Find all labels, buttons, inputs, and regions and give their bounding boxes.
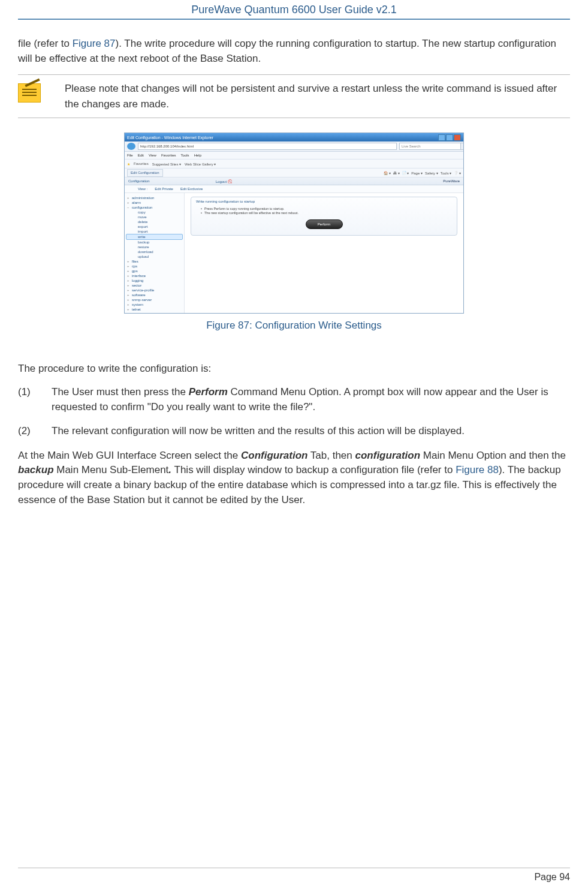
tree-item-export[interactable]: export <box>126 224 183 229</box>
tree-item-software[interactable]: software <box>126 293 183 297</box>
ie-titlebar: Edit Configuration - Windows Internet Ex… <box>125 133 463 142</box>
procedure-intro: The procedure to write the configuration… <box>18 362 570 377</box>
follow-seg3: Main Menu Option and then the <box>420 450 566 461</box>
tree-item-interface[interactable]: interface <box>126 273 183 278</box>
screenshot-figure-87: Edit Configuration - Windows Internet Ex… <box>124 133 464 314</box>
menu-view[interactable]: View <box>149 153 156 157</box>
follow-seg5: This will display window to backup a con… <box>171 464 456 475</box>
tree-item-configuration[interactable]: configuration <box>126 205 183 210</box>
safety-dropdown[interactable]: Safety ▾ <box>425 171 438 175</box>
figure-88-ref[interactable]: Figure 88 <box>456 464 499 475</box>
tree-item-alarm[interactable]: alarm <box>126 200 183 205</box>
purewave-logo: PureWave <box>443 179 460 183</box>
tree-item-delete[interactable]: delete <box>126 219 183 224</box>
panel-bullet-1: Press Perform to copy running configurat… <box>201 207 452 210</box>
note-block: Please note that changes will not be per… <box>18 74 570 118</box>
nav-tree: administrationalarmconfigurationcopymove… <box>125 193 185 314</box>
figure-87-ref[interactable]: Figure 87 <box>73 38 116 49</box>
page-icon[interactable]: 📄 ▾ <box>402 171 409 175</box>
tree-item-upload[interactable]: upload <box>126 254 183 259</box>
minimize-button[interactable] <box>438 134 445 141</box>
tab-row: Edit Configuration 🏠 ▾ 🖶 ▾ 📄 ▾ Page ▾ Sa… <box>125 168 463 177</box>
intro-pre: file (refer to <box>18 38 73 49</box>
menu-tools[interactable]: Tools <box>181 153 189 157</box>
favorites-label[interactable]: Favorites <box>134 162 149 165</box>
step-2: (2) The relevant configuration will now … <box>18 424 570 439</box>
tools-dropdown[interactable]: Tools ▾ <box>441 171 452 175</box>
tree-item-copy[interactable]: copy <box>126 210 183 215</box>
step-1-bold: Perform <box>189 386 228 398</box>
print-icon[interactable]: 🖶 ▾ <box>393 171 400 175</box>
follow-backup-subelement: backup <box>18 464 54 475</box>
follow-seg4: Main Menu Sub-Element <box>54 464 169 475</box>
step-1-number: (1) <box>18 385 52 414</box>
browser-menu-bar: File Edit View Favorites Tools Help <box>125 152 463 159</box>
tree-item-snmp-server[interactable]: snmp-server <box>126 297 183 302</box>
view-mode-bar: View : Edit Private Edit Exclusive <box>125 185 463 193</box>
window-title: Edit Configuration - Windows Internet Ex… <box>127 136 213 140</box>
step-2-text: The relevant configuration will now be w… <box>52 424 570 439</box>
app-topbar: Configuration Logout 🚫 PureWave <box>125 177 463 185</box>
address-bar-row: http://192.168.200.104/index.html Live S… <box>125 142 463 152</box>
panel-bullet-2: The new startup configuration will be ef… <box>201 211 452 215</box>
write-config-panel: Write running configuration to startup P… <box>191 197 457 236</box>
help-icon[interactable]: ❔ ▾ <box>454 171 461 175</box>
nav-back-button[interactable] <box>127 143 135 150</box>
figure-87-caption: Figure 87: Configuration Write Settings <box>18 320 570 332</box>
menu-edit[interactable]: Edit <box>138 153 144 157</box>
topbar-config-tab[interactable]: Configuration <box>128 179 150 183</box>
tree-item-system[interactable]: system <box>126 302 183 307</box>
page-dropdown[interactable]: Page ▾ <box>411 171 423 175</box>
step-1-pre: The User must then press the <box>52 386 189 398</box>
logout-label[interactable]: Logout 🚫 <box>216 179 232 183</box>
follow-seg1: At the Main Web GUI Interface Screen sel… <box>18 450 241 461</box>
tree-item-move[interactable]: move <box>126 215 183 219</box>
tree-item-logging[interactable]: logging <box>126 278 183 283</box>
tree-item-restore[interactable]: restore <box>126 245 183 249</box>
tree-item-files[interactable]: files <box>126 259 183 264</box>
menu-help[interactable]: Help <box>194 153 201 157</box>
maximize-button[interactable] <box>446 134 453 141</box>
tree-item-backup[interactable]: backup <box>126 240 183 245</box>
tree-item-import[interactable]: import <box>126 229 183 234</box>
tree-item-service-profile[interactable]: service-profile <box>126 288 183 293</box>
main-content-area: Write running configuration to startup P… <box>185 193 463 314</box>
follow-seg2: Tab, then <box>307 450 355 461</box>
header-title: PureWave Quantum 6600 User Guide v2.1 <box>191 4 397 16</box>
page-footer: Page 94 <box>18 868 570 883</box>
search-field[interactable]: Live Search <box>399 143 461 150</box>
favorites-bar: ★ Favorites Suggested Sites ▾ Web Slice … <box>125 159 463 168</box>
tree-item-telnet[interactable]: telnet <box>126 307 183 312</box>
web-slice-gallery[interactable]: Web Slice Gallery ▾ <box>185 162 216 166</box>
close-button[interactable] <box>454 134 461 141</box>
logout-icon: 🚫 <box>228 180 232 183</box>
tree-item-write[interactable]: write <box>126 234 183 240</box>
edit-private-link[interactable]: Edit Private <box>155 187 173 191</box>
tree-item-administration[interactable]: administration <box>126 195 183 200</box>
address-field[interactable]: http://192.168.200.104/index.html <box>138 143 397 150</box>
browser-tab[interactable]: Edit Configuration <box>127 169 163 177</box>
intro-paragraph: file (refer to Figure 87). The write pro… <box>18 37 570 66</box>
follow-configuration-menu: configuration <box>355 450 421 461</box>
favorites-star-icon[interactable]: ★ <box>127 162 130 166</box>
perform-button[interactable]: Perform <box>306 219 343 229</box>
tree-item-gps[interactable]: gps <box>126 269 183 273</box>
note-icon <box>18 83 41 103</box>
menu-favorites[interactable]: Favorites <box>161 153 176 157</box>
note-text: Please note that changes will not be per… <box>65 81 570 112</box>
edit-exclusive-link[interactable]: Edit Exclusive <box>180 187 203 191</box>
page-header: PureWave Quantum 6600 User Guide v2.1 <box>18 0 570 20</box>
page-number: Page 94 <box>534 872 570 882</box>
view-label: View : <box>138 187 147 191</box>
home-icon[interactable]: 🏠 ▾ <box>384 171 391 175</box>
tree-item-download[interactable]: download <box>126 249 183 254</box>
tree-item-cps[interactable]: cps <box>126 264 183 269</box>
followup-paragraph: At the Main Web GUI Interface Screen sel… <box>18 448 570 508</box>
tree-item-sector[interactable]: sector <box>126 283 183 288</box>
menu-file[interactable]: File <box>127 153 133 157</box>
step-1: (1) The User must then press the Perform… <box>18 385 570 414</box>
step-2-number: (2) <box>18 424 52 439</box>
panel-title: Write running configuration to startup <box>196 200 452 203</box>
follow-configuration-tab: Configuration <box>241 450 307 461</box>
suggested-sites[interactable]: Suggested Sites ▾ <box>152 162 181 166</box>
